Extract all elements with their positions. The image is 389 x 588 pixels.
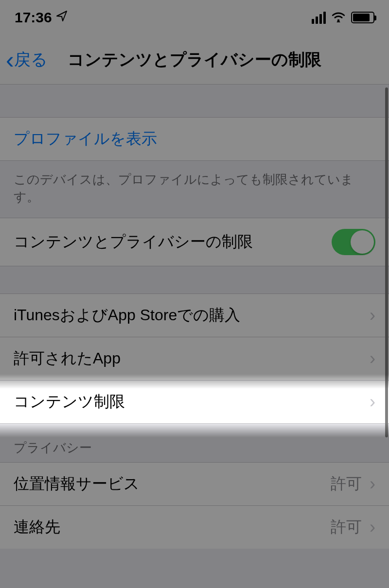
status-bar: 17:36	[0, 0, 389, 35]
show-profile-label: プロファイルを表示	[14, 128, 157, 150]
toggle-knob	[351, 230, 374, 254]
row-label: 連絡先	[14, 517, 60, 538]
chevron-right-icon: ›	[370, 305, 375, 326]
row-value: 許可	[331, 473, 362, 495]
scrollbar-thumb[interactable]	[385, 87, 388, 437]
privacy-section-header: プライバシー	[0, 424, 389, 462]
spacer	[0, 85, 389, 118]
battery-icon	[351, 12, 374, 23]
content-restrictions-row[interactable]: コンテンツ制限 ›	[0, 380, 389, 424]
location-services-icon	[56, 10, 68, 25]
row-value: 許可	[331, 517, 362, 538]
row-label: iTunesおよびApp Storeでの購入	[14, 305, 240, 326]
page-title: コンテンツとプライバシーの制限	[68, 49, 321, 71]
navigation-bar: ‹ 戻る コンテンツとプライバシーの制限	[0, 35, 389, 85]
chevron-right-icon: ›	[370, 348, 375, 369]
content-privacy-toggle-row: コンテンツとプライバシーの制限	[0, 218, 389, 266]
status-right	[312, 9, 374, 26]
spacer	[0, 266, 389, 294]
content-privacy-toggle[interactable]	[332, 229, 375, 255]
row-label: 許可されたApp	[14, 348, 121, 369]
scrollbar[interactable]	[385, 87, 388, 588]
profile-note: このデバイスは、プロファイルによっても制限されています。	[0, 161, 389, 218]
chevron-left-icon: ‹	[6, 48, 14, 72]
itunes-appstore-row[interactable]: iTunesおよびApp Storeでの購入 ›	[0, 294, 389, 337]
svg-point-0	[337, 19, 340, 22]
back-label: 戻る	[14, 49, 48, 71]
location-services-row[interactable]: 位置情報サービス 許可 ›	[0, 462, 389, 506]
chevron-right-icon: ›	[370, 517, 375, 537]
status-time: 17:36	[15, 9, 52, 26]
row-label: 位置情報サービス	[14, 473, 140, 495]
wifi-icon	[332, 9, 345, 26]
cellular-signal-icon	[312, 12, 326, 24]
chevron-right-icon: ›	[370, 474, 375, 494]
row-label: コンテンツ制限	[14, 391, 125, 413]
chevron-right-icon: ›	[370, 392, 375, 412]
show-profile-row[interactable]: プロファイルを表示	[0, 118, 389, 161]
content-area: プロファイルを表示 このデバイスは、プロファイルによっても制限されています。 コ…	[0, 85, 389, 549]
allowed-apps-row[interactable]: 許可されたApp ›	[0, 337, 389, 380]
toggle-label: コンテンツとプライバシーの制限	[14, 231, 253, 253]
contacts-row[interactable]: 連絡先 許可 ›	[0, 506, 389, 549]
status-left: 17:36	[15, 9, 68, 26]
back-button[interactable]: ‹ 戻る	[6, 48, 48, 72]
